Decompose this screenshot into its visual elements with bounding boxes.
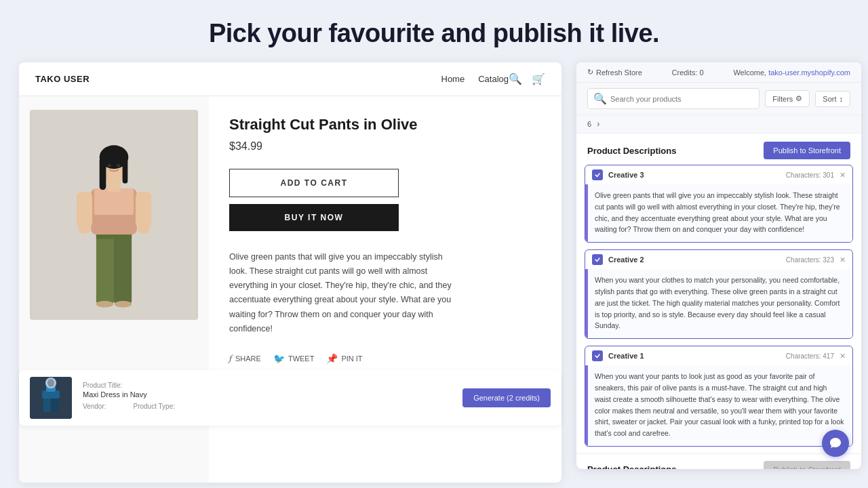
chat-icon <box>829 436 842 450</box>
search-bar-row: 🔍 Filters ⚙ Sort ↕ <box>576 83 861 115</box>
creative-3-text: Olive green pants that will give you an … <box>595 190 844 235</box>
nav-catalog[interactable]: Catalog <box>478 74 509 84</box>
creative-3-body: Olive green pants that will give you an … <box>585 184 852 242</box>
tweet-label: TWEET <box>288 354 315 363</box>
search-icon: 🔍 <box>593 92 607 105</box>
buy-now-button[interactable]: BUY IT NOW <box>229 204 399 231</box>
creative-2-meta: Characters: 323 ✕ <box>786 256 846 264</box>
section-title-top: Product Descriptions <box>587 146 676 156</box>
creative-2-header: Creative 2 Characters: 323 ✕ <box>585 250 852 269</box>
svg-point-26 <box>47 379 54 387</box>
svg-rect-13 <box>136 192 151 228</box>
thumb-row-2: Vendor: Product Type: <box>83 403 452 410</box>
search-box: 🔍 <box>587 88 760 109</box>
svg-rect-3 <box>114 231 132 304</box>
page-next-arrow[interactable]: › <box>597 119 599 129</box>
thumbnail-image <box>30 377 72 419</box>
welcome-text: Welcome, tako-user.myshopify.com <box>733 68 850 77</box>
svg-rect-11 <box>123 157 128 184</box>
creative-3-name: Creative 3 <box>608 171 644 179</box>
svg-point-14 <box>79 225 90 235</box>
right-panel: ↻ Refresh Store Credits: 0 Welcome, tako… <box>576 62 861 469</box>
creative-1-meta: Characters: 417 ✕ <box>786 352 846 361</box>
creative-2-close[interactable]: ✕ <box>840 256 846 264</box>
creative-1-close[interactable]: ✕ <box>840 352 846 361</box>
pinterest-icon: 📌 <box>326 353 338 364</box>
welcome-link[interactable]: tako-user.myshopify.com <box>768 68 850 77</box>
creative-1-text: When you want your pants to look just as… <box>595 371 844 439</box>
store-nav-links: Home Catalog <box>441 74 509 84</box>
cart-icon[interactable]: 🛒 <box>532 73 545 85</box>
pinterest-share[interactable]: 📌 PIN IT <box>326 353 362 364</box>
generate-button[interactable]: Generate (2 credits) <box>462 388 551 407</box>
search-icon[interactable]: 🔍 <box>509 73 522 85</box>
chat-button[interactable] <box>822 430 849 457</box>
refresh-store-button[interactable]: ↻ Refresh Store <box>587 68 642 77</box>
creative-2-checkbox[interactable] <box>592 254 603 265</box>
creative-3-accent <box>585 184 588 242</box>
original-section-title: Product Descriptions <box>587 464 676 469</box>
product-image-svg <box>30 110 198 320</box>
svg-rect-21 <box>43 397 50 412</box>
page-wrapper: Pick your favourite and publish it live.… <box>0 0 868 488</box>
creative-1-header: Creative 1 Characters: 417 ✕ <box>585 346 852 365</box>
creative-1-checkbox[interactable] <box>592 350 603 361</box>
thumb-row-1: Product Title: Maxi Dress in Navy <box>83 382 452 399</box>
creative-card-2: Creative 2 Characters: 323 ✕ When you wa… <box>585 249 853 339</box>
nav-home[interactable]: Home <box>441 74 465 84</box>
credits-text: Credits: 0 <box>672 68 704 77</box>
creative-2-body: When you want your clothes to match your… <box>585 269 852 338</box>
filter-button[interactable]: Filters ⚙ <box>765 90 810 107</box>
product-type-label: Product Type: <box>133 403 175 410</box>
svg-rect-22 <box>52 397 58 412</box>
svg-rect-2 <box>96 231 114 304</box>
store-nav: TAKO USER Home Catalog 🔍 🛒 <box>19 62 561 96</box>
svg-point-17 <box>115 301 132 308</box>
vendor-label: Vendor: <box>83 403 106 410</box>
section-header-top: Product Descriptions Publish to Storefro… <box>576 134 861 165</box>
product-image <box>30 110 198 320</box>
creative-3-checkbox[interactable] <box>592 169 603 180</box>
creative-3-header-left: Creative 3 <box>592 169 644 180</box>
page-current: 6 <box>587 120 591 128</box>
publish-disabled-button: Publish to Storefront <box>764 461 850 469</box>
thumbnail-content: Product Title: Maxi Dress in Navy Vendor… <box>83 382 452 414</box>
pin-label: PIN IT <box>341 354 362 363</box>
bottom-panel: Product Descriptions Publish to Storefro… <box>576 453 861 469</box>
sort-button[interactable]: Sort ↕ <box>815 91 850 107</box>
product-price: $34.99 <box>229 140 541 152</box>
publish-storefront-button[interactable]: Publish to Storefront <box>764 142 850 159</box>
page-headline: Pick your favourite and publish it live. <box>0 0 868 60</box>
creative-card-3: Creative 3 Characters: 301 ✕ Olive green… <box>585 165 853 243</box>
product-title: Straight Cut Pants in Olive <box>229 115 541 135</box>
add-to-cart-button[interactable]: ADD TO CART <box>229 169 399 197</box>
thumb-type-field: Product Type: <box>133 403 175 410</box>
creative-3-close[interactable]: ✕ <box>840 171 846 180</box>
social-share: 𝑓 SHARE 🐦 TWEET 📌 PIN IT <box>229 352 541 364</box>
check-icon <box>594 256 601 263</box>
panel-header: ↻ Refresh Store Credits: 0 Welcome, tako… <box>576 62 861 83</box>
refresh-icon: ↻ <box>587 68 593 77</box>
svg-rect-12 <box>77 192 92 228</box>
thumb-product-title-field: Product Title: Maxi Dress in Navy <box>83 382 147 399</box>
creative-1-name: Creative 1 <box>608 352 644 360</box>
facebook-share[interactable]: 𝑓 SHARE <box>229 352 261 364</box>
store-nav-icons: 🔍 🛒 <box>509 73 545 85</box>
creative-2-header-left: Creative 2 <box>592 254 644 265</box>
svg-rect-10 <box>100 157 106 190</box>
creative-1-body: When you want your pants to look just as… <box>585 365 852 446</box>
svg-point-19 <box>117 164 120 167</box>
pagination-row: 6 › <box>576 115 861 134</box>
share-label: SHARE <box>235 354 261 363</box>
twitter-share[interactable]: 🐦 TWEET <box>273 353 315 364</box>
welcome-prefix: Welcome, <box>733 68 766 77</box>
bottom-section-header: Product Descriptions Publish to Storefro… <box>587 461 850 469</box>
search-input[interactable] <box>610 95 753 103</box>
facebook-icon: 𝑓 <box>229 352 232 364</box>
creative-2-accent <box>585 269 588 338</box>
check-icon <box>594 171 601 178</box>
creative-3-chars: Characters: 301 <box>786 171 834 179</box>
creative-2-chars: Characters: 323 <box>786 256 834 264</box>
thumb-vendor-field: Vendor: <box>83 403 106 410</box>
descriptions-section: Product Descriptions Publish to Storefro… <box>576 134 861 469</box>
